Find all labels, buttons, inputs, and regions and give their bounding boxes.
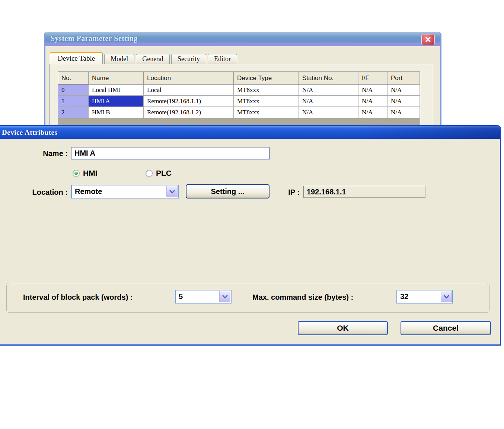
cancel-button-label: Cancel (433, 324, 459, 333)
chevron-down-icon (169, 190, 175, 194)
ip-label: IP : (277, 188, 300, 197)
interval-dropdown-value: 5 (179, 290, 183, 303)
table-cell-selected[interactable]: HMI A (89, 96, 144, 107)
column-header-port[interactable]: Port (387, 72, 420, 85)
table-cell[interactable]: N/A (299, 85, 358, 96)
setting-button[interactable]: Setting ... (186, 184, 269, 198)
ok-button-label: OK (337, 324, 349, 333)
system-window-title: System Parameter Setting (45, 34, 138, 43)
tab-security[interactable]: Security (171, 54, 206, 64)
column-header-name[interactable]: Name (89, 72, 144, 85)
ip-value: 192.168.1.1 (307, 188, 346, 196)
options-groupbox: Interval of block pack (words) : 5 Max. … (6, 283, 489, 313)
tab-strip: Device Table Model General Security Edit… (50, 52, 239, 64)
radio-hmi[interactable] (73, 170, 80, 177)
table-cell[interactable]: N/A (358, 96, 387, 107)
table-cell[interactable]: HMI B (89, 107, 144, 118)
table-cell[interactable]: N/A (387, 85, 420, 96)
name-input[interactable] (71, 147, 269, 159)
table-row: 2 HMI B Remote(192.168.1.2) MT8xxx N/A N… (58, 107, 420, 118)
table-cell[interactable]: MT8xxx (234, 96, 299, 107)
location-dropdown[interactable]: Remote (71, 185, 179, 198)
table-cell[interactable]: 1 (58, 96, 89, 107)
table-header-row: No. Name Location Device Type Station No… (58, 72, 420, 85)
ok-button[interactable]: OK (298, 321, 388, 335)
setting-button-label: Setting ... (211, 187, 245, 196)
tab-editor[interactable]: Editor (208, 54, 237, 64)
close-icon (425, 36, 431, 42)
table-cell[interactable]: Local (144, 85, 234, 96)
device-attributes-dialog: Device Attributes Name : HMI PLC Locatio… (0, 125, 501, 346)
dialog-body: Name : HMI PLC Location : Remote (0, 139, 500, 344)
chevron-down-icon (222, 295, 228, 299)
table-cell[interactable]: N/A (358, 107, 387, 118)
name-label: Name : (13, 149, 68, 158)
system-window-titlebar[interactable]: System Parameter Setting (45, 32, 440, 46)
table-cell[interactable]: 0 (58, 85, 89, 96)
ip-field: 192.168.1.1 (303, 186, 425, 198)
table-cell[interactable]: MT8xxx (234, 107, 299, 118)
table-cell[interactable]: N/A (299, 96, 358, 107)
interval-dropdown-button[interactable] (219, 291, 230, 302)
table-cell[interactable]: MT8xxx (234, 85, 299, 96)
device-table: No. Name Location Device Type Station No… (58, 72, 420, 126)
cancel-button[interactable]: Cancel (401, 321, 491, 335)
radio-group-hmi: HMI (73, 169, 98, 178)
max-command-label: Max. command size (bytes) : (252, 293, 353, 302)
table-cell[interactable]: N/A (387, 107, 420, 118)
max-command-dropdown-button[interactable] (441, 291, 452, 302)
column-header-device-type[interactable]: Device Type (234, 72, 299, 85)
table-cell[interactable]: Local HMI (89, 85, 144, 96)
column-header-no[interactable]: No. (58, 72, 89, 85)
table-footer-strip (58, 118, 420, 125)
tab-model[interactable]: Model (104, 54, 134, 64)
table-cell[interactable]: N/A (299, 107, 358, 118)
column-header-location[interactable]: Location (144, 72, 234, 85)
table-cell[interactable]: N/A (358, 85, 387, 96)
location-label: Location : (13, 188, 68, 197)
table-row: 1 HMI A Remote(192.168.1.1) MT8xxx N/A N… (58, 96, 420, 107)
table-cell[interactable]: 2 (58, 107, 89, 118)
radio-plc[interactable] (146, 170, 153, 177)
chevron-down-icon (444, 295, 449, 299)
column-header-if[interactable]: I/F (358, 72, 387, 85)
location-dropdown-value: Remote (75, 185, 102, 198)
table-row: 0 Local HMI Local MT8xxx N/A N/A N/A (58, 85, 420, 96)
location-dropdown-button[interactable] (166, 186, 178, 197)
interval-dropdown[interactable]: 5 (175, 290, 232, 304)
tab-general[interactable]: General (136, 54, 170, 64)
desktop: System Parameter Setting Device Table Mo… (0, 0, 504, 429)
table-cell[interactable]: N/A (387, 96, 420, 107)
radio-plc-label: PLC (156, 169, 172, 178)
table-cell[interactable]: Remote(192.168.1.1) (144, 96, 234, 107)
radio-group-plc: PLC (146, 169, 172, 178)
dialog-title: Device Attributes (0, 128, 57, 137)
dialog-titlebar[interactable]: Device Attributes (0, 126, 500, 139)
interval-label: Interval of block pack (words) : (23, 293, 133, 302)
max-command-dropdown[interactable]: 32 (396, 290, 453, 304)
max-command-dropdown-value: 32 (400, 290, 408, 303)
close-button[interactable] (421, 34, 435, 45)
column-header-station-no[interactable]: Station No. (299, 72, 358, 85)
radio-hmi-label: HMI (83, 169, 98, 178)
tab-device-table[interactable]: Device Table (50, 52, 103, 64)
table-cell[interactable]: Remote(192.168.1.2) (144, 107, 234, 118)
